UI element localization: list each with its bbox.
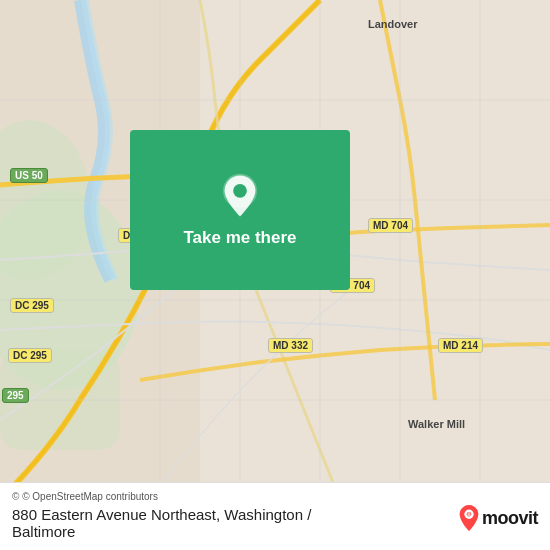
take-me-there-popup[interactable]: Take me there xyxy=(130,130,350,290)
osm-icon: © xyxy=(12,491,19,502)
location-pin-icon xyxy=(216,172,264,220)
take-me-there-label: Take me there xyxy=(183,228,296,248)
moovit-pin-icon xyxy=(458,504,480,532)
address-text-2: Baltimore xyxy=(12,523,75,540)
osm-text: © OpenStreetMap contributors xyxy=(22,491,158,502)
us50-label: US 50 xyxy=(10,168,48,183)
map-container: US 50 DC 295 DC 295 DC 29 295 90 MD 704 … xyxy=(0,0,550,550)
landover-label: Landover xyxy=(368,18,418,30)
dc295-label-1: DC 295 xyxy=(10,298,54,313)
walker-mill-label: Walker Mill xyxy=(408,418,465,430)
i295-label: 295 xyxy=(2,388,29,403)
moovit-text: moovit xyxy=(482,508,538,529)
md332-label: MD 332 xyxy=(268,338,313,353)
dc295-label-2: DC 295 xyxy=(8,348,52,363)
osm-attribution: © © OpenStreetMap contributors xyxy=(12,491,538,502)
svg-point-16 xyxy=(233,184,247,198)
moovit-logo: moovit xyxy=(458,504,538,532)
md214-label: MD 214 xyxy=(438,338,483,353)
address-text-1: 880 Eastern Avenue Northeast, Washington… xyxy=(12,506,311,523)
md704-label-1: MD 704 xyxy=(368,218,413,233)
